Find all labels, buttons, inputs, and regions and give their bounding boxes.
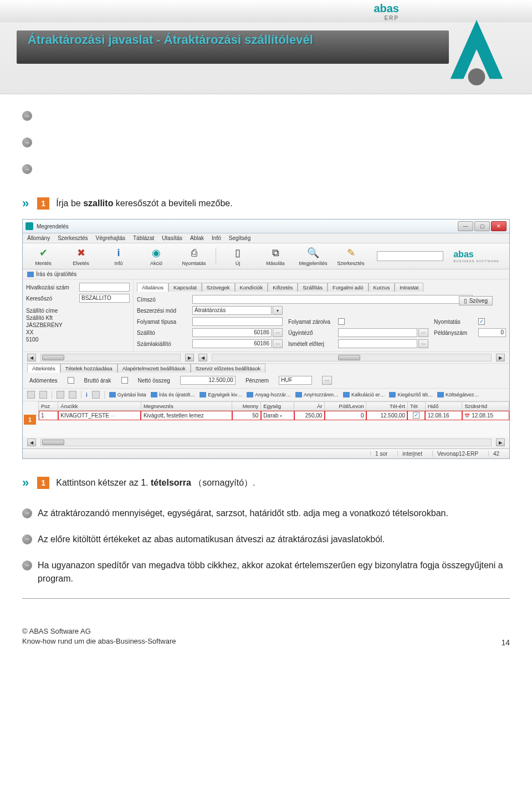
col-arucikk[interactable]: Árucikk: [58, 402, 141, 411]
input-beszerzesi[interactable]: Átraktározás: [192, 306, 272, 315]
scroll-right-icon[interactable]: ▶: [496, 439, 505, 446]
tab-forgalmi-ado[interactable]: Forgalmi adó: [328, 283, 368, 292]
toolbar-elvetes[interactable]: ✖Elvetés: [65, 246, 97, 266]
input-ugyintezo[interactable]: [338, 328, 417, 337]
scroll-right-icon[interactable]: ▶: [496, 354, 505, 361]
cell-szukshid[interactable]: 📅 12.08.15: [462, 411, 509, 420]
col-egyseg[interactable]: Egység: [261, 402, 294, 411]
col-szukshid[interactable]: SzüksHId: [462, 402, 509, 411]
toolbar-szerkesztes[interactable]: ✎Szerkesztés: [335, 246, 367, 266]
tab-tetelek-hozzaadasa[interactable]: Tételek hozzáadása: [60, 364, 117, 373]
calendar-icon[interactable]: 📅: [464, 414, 470, 419]
folder-kiegeszito[interactable]: Kiegészítő tét…: [389, 392, 433, 397]
tab-szerviz[interactable]: Szerviz előzetes beállítások: [191, 364, 265, 373]
checkbox-nyomtatas[interactable]: [478, 318, 485, 325]
lookup-icon[interactable]: ⋯: [273, 328, 283, 337]
checkbox-brutto[interactable]: [121, 377, 128, 384]
input-cimszo[interactable]: [192, 295, 473, 304]
menu-utasitas[interactable]: Utasítás: [162, 235, 182, 241]
folder-kalkulacio[interactable]: Kalkuláció er…: [343, 392, 385, 397]
dropdown-icon[interactable]: ▾: [273, 306, 283, 315]
menu-info[interactable]: Infó: [212, 235, 221, 241]
cell-egyseg[interactable]: Darab ▾: [261, 411, 294, 420]
lookup-icon[interactable]: ⋯: [418, 328, 428, 337]
dropdown-icon[interactable]: ▾: [280, 414, 282, 419]
folder-anyag[interactable]: Anyag-hozzár…: [247, 392, 291, 397]
scroll-thumb[interactable]: [42, 355, 64, 360]
cell-potl[interactable]: 0: [325, 411, 366, 420]
folder-egysegek[interactable]: Egységek kiv…: [200, 392, 242, 397]
grid-row-1[interactable]: 1 KIVAGOTT_FESTE ⋯ Kivágott, festetlen l…: [39, 411, 509, 420]
input-folyamat-tipus[interactable]: [192, 317, 283, 326]
menu-ablak[interactable]: Ablak: [190, 235, 204, 241]
szoveg-button[interactable]: ▯ Szöveg: [459, 296, 493, 305]
scroll-left-icon[interactable]: ◀: [27, 354, 36, 361]
checkbox-folyamat-zarolva[interactable]: [338, 318, 345, 325]
menu-allomany[interactable]: Állomány: [27, 235, 50, 241]
input-ismetelt[interactable]: [338, 339, 417, 348]
scroll-track[interactable]: [40, 439, 492, 446]
lookup-icon[interactable]: ⋯: [273, 339, 283, 348]
input-szallito[interactable]: 60186: [192, 328, 272, 337]
toolbar-info[interactable]: iInfó: [103, 246, 135, 266]
folder-gyartasi[interactable]: Gyártási lista: [109, 392, 146, 397]
cell-poz[interactable]: 1: [39, 411, 58, 420]
cell-arucikk[interactable]: KIVAGOTT_FESTE ⋯: [58, 411, 141, 420]
sub-toolbar-label[interactable]: Írás és újratöltés: [36, 271, 76, 277]
scroll-thumb[interactable]: [42, 440, 64, 445]
tab-intrastat[interactable]: Intrastat: [395, 283, 423, 292]
toolbar-megjelenites[interactable]: 🔍Megjelenítés: [297, 246, 329, 266]
folder-iras[interactable]: Írás és újratölt…: [151, 392, 196, 397]
menu-vegrehajtas[interactable]: Végrehajtás: [96, 235, 125, 241]
grid-tool-icon[interactable]: [69, 391, 76, 399]
lookup-icon[interactable]: ⋯: [111, 414, 115, 419]
tab-kurzus[interactable]: Kurzus: [369, 283, 395, 292]
cell-tet[interactable]: [407, 411, 425, 420]
scroll-left-icon[interactable]: ◀: [198, 354, 207, 361]
scroll-track[interactable]: [40, 354, 181, 361]
input-peldanyszam[interactable]: 0: [478, 328, 506, 337]
scroll-left-icon[interactable]: ◀: [27, 439, 36, 446]
grid-tool-icon[interactable]: [92, 391, 100, 399]
tab-altalanos[interactable]: Általános: [137, 283, 168, 292]
folder-koltsegatvez[interactable]: Költségátvez…: [437, 392, 479, 397]
tab-attekintes[interactable]: Áttekintés: [27, 364, 60, 373]
toolbar-akcio[interactable]: ◉Akció: [140, 246, 172, 266]
cell-megnevezes[interactable]: Kivágott, festetlen lemez: [141, 411, 232, 420]
col-tetert[interactable]: Tét-ért: [366, 402, 408, 411]
menu-tablazat[interactable]: Táblázat: [133, 235, 154, 241]
col-ar[interactable]: Ár: [294, 402, 325, 411]
checkbox-tet[interactable]: [413, 412, 420, 419]
cell-menny[interactable]: 50: [232, 411, 261, 420]
col-megnevezes[interactable]: Megnevezés: [141, 402, 232, 411]
grid-tool-icon[interactable]: [27, 391, 35, 399]
toolbar-masolas[interactable]: ⧉Másolás: [259, 246, 291, 266]
search-input[interactable]: BSZALLITO: [79, 294, 130, 303]
grid-tool-icon[interactable]: [57, 391, 64, 399]
tab-szallitas[interactable]: Szállítás: [298, 283, 328, 292]
input-szamlakiallito[interactable]: 60186: [192, 339, 272, 348]
tab-alapertelmezett[interactable]: Alapértelmezett beállítások: [117, 364, 191, 373]
lookup-icon[interactable]: ⋯: [322, 376, 332, 385]
cell-ar[interactable]: 250,00: [294, 411, 325, 420]
tab-kapcsolat[interactable]: Kapcsolat: [168, 283, 202, 292]
tab-kondiciok[interactable]: Kondíciók: [235, 283, 268, 292]
menu-segitseg[interactable]: Segítség: [229, 235, 250, 241]
col-menny[interactable]: Menny: [232, 402, 261, 411]
toolbar-uj[interactable]: ▯Új: [222, 246, 254, 266]
col-poz[interactable]: Poz: [39, 402, 58, 411]
value-penznem[interactable]: HUF: [279, 376, 312, 385]
maximize-button[interactable]: ▢: [474, 221, 490, 231]
toolbar-mentes[interactable]: ✔Mentés: [27, 246, 59, 266]
folder-anyhozzaren[interactable]: AnyHozzáren…: [295, 392, 339, 397]
scroll-right-icon[interactable]: ▶: [185, 354, 194, 361]
tab-kifizetes[interactable]: Kifizetés: [268, 283, 298, 292]
info-icon[interactable]: i: [86, 392, 88, 398]
grid-tool-icon[interactable]: [39, 391, 47, 399]
toolbar-search-input[interactable]: [377, 251, 443, 261]
col-potl[interactable]: Pótl/Levon: [325, 402, 366, 411]
col-hido[interactable]: Hidő: [425, 402, 462, 411]
cell-tetert[interactable]: 12.500,00: [366, 411, 408, 420]
cell-hido[interactable]: 12.08.16: [425, 411, 462, 420]
minimize-button[interactable]: —: [458, 221, 473, 231]
